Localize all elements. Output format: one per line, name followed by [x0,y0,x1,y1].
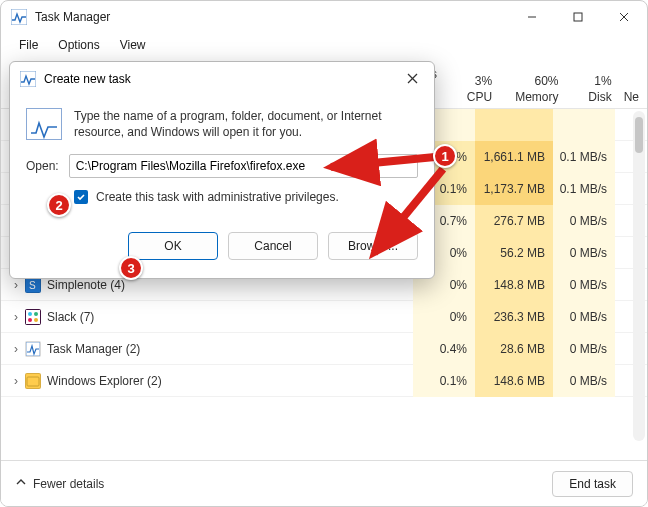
process-icon [25,309,41,325]
cpu-cell: 0.1% [413,365,475,397]
memory-cell: 1,173.7 MB [475,173,553,205]
memory-cell: 28.6 MB [475,333,553,365]
memory-cell: 1,661.1 MB [475,141,553,173]
memory-cell: 236.3 MB [475,301,553,333]
memory-column-header[interactable]: 60% Memory [500,61,566,108]
memory-cell: 148.6 MB [475,365,553,397]
vertical-scrollbar[interactable] [633,111,645,441]
disk-cell: 0 MB/s [553,301,615,333]
svg-rect-7 [26,310,40,324]
svg-point-10 [28,318,32,322]
run-graphic-icon [26,108,62,140]
process-name: Windows Explorer (2) [47,374,407,388]
annotation-callout-1: 1 [433,144,457,168]
dialog-close-button[interactable] [398,72,426,87]
dialog-description: Type the name of a program, folder, docu… [74,108,418,140]
disk-cell: 0.1 MB/s [553,173,615,205]
process-row[interactable]: ›Slack (7)0%236.3 MB0 MB/s [1,301,647,333]
svg-point-9 [34,312,38,316]
open-input[interactable] [69,154,418,178]
cancel-button[interactable]: Cancel [228,232,318,260]
svg-point-11 [34,318,38,322]
disk-cell: 0 MB/s [553,269,615,301]
process-icon [25,373,41,389]
chevron-up-icon [15,476,27,491]
footer-bar: Fewer details End task [1,460,647,506]
svg-rect-2 [574,13,582,21]
expand-chevron-icon[interactable]: › [1,342,21,356]
fewer-details-toggle[interactable]: Fewer details [15,476,104,491]
memory-cell: 276.7 MB [475,205,553,237]
disk-cell [553,109,615,141]
memory-cell: 148.8 MB [475,269,553,301]
disk-cell: 0 MB/s [553,205,615,237]
annotation-callout-2: 2 [47,193,71,217]
ok-button[interactable]: OK [128,232,218,260]
maximize-button[interactable] [555,1,601,33]
title-bar: Task Manager [1,1,647,33]
task-manager-icon [11,9,27,25]
disk-cell: 0.1 MB/s [553,141,615,173]
cpu-column-header[interactable]: 3% CPU [447,61,500,108]
admin-privileges-checkbox[interactable] [74,190,88,204]
memory-cell [475,109,553,141]
browse-button[interactable]: Browse... [328,232,418,260]
expand-chevron-icon[interactable]: › [1,278,21,292]
disk-cell: 0 MB/s [553,333,615,365]
cpu-cell: 0.4% [413,333,475,365]
admin-privileges-label: Create this task with administrative pri… [96,190,339,204]
minimize-button[interactable] [509,1,555,33]
svg-text:S: S [29,280,36,291]
disk-cell: 0 MB/s [553,365,615,397]
expand-chevron-icon[interactable]: › [1,310,21,324]
run-dialog-icon [20,71,36,87]
dialog-title: Create new task [44,72,398,86]
process-name: Slack (7) [47,310,407,324]
process-row[interactable]: ›Windows Explorer (2)0.1%148.6 MB0 MB/s [1,365,647,397]
cpu-cell: 0% [413,301,475,333]
menu-file[interactable]: File [9,35,48,55]
process-row[interactable]: ›Task Manager (2)0.4%28.6 MB0 MB/s [1,333,647,365]
process-name: Task Manager (2) [47,342,407,356]
close-button[interactable] [601,1,647,33]
window-title: Task Manager [35,10,509,24]
create-new-task-dialog: Create new task Type the name of a progr… [9,61,435,279]
disk-column-header[interactable]: 1% Disk [567,61,620,108]
disk-cell: 0 MB/s [553,237,615,269]
memory-cell: 56.2 MB [475,237,553,269]
network-column-header[interactable]: Ne [620,61,647,108]
expand-chevron-icon[interactable]: › [1,374,21,388]
menu-bar: File Options View [1,33,647,57]
end-task-button[interactable]: End task [552,471,633,497]
annotation-callout-3: 3 [119,256,143,280]
menu-options[interactable]: Options [48,35,109,55]
menu-view[interactable]: View [110,35,156,55]
scrollbar-thumb[interactable] [635,117,643,153]
svg-point-8 [28,312,32,316]
process-name: Simplenote (4) [47,278,407,292]
process-icon [25,341,41,357]
svg-rect-13 [27,377,39,386]
open-label: Open: [26,159,59,173]
